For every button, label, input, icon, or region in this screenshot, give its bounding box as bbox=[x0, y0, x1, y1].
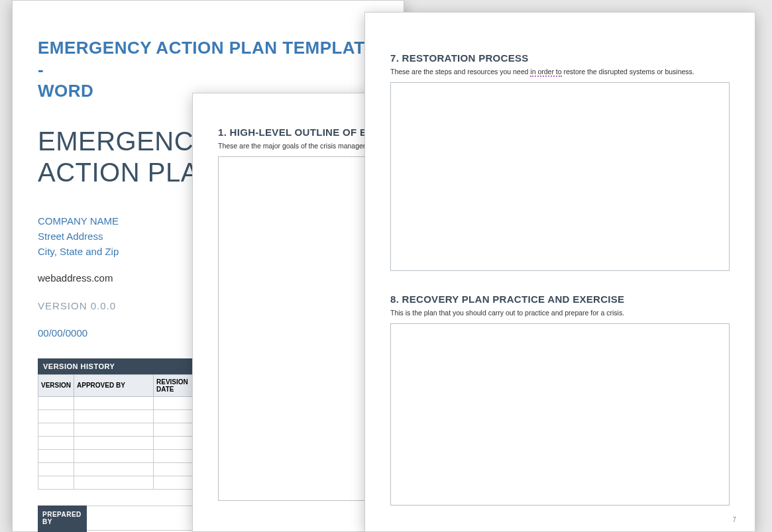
section-8-content-box bbox=[390, 323, 730, 505]
section-7-description: These are the steps and resources you ne… bbox=[390, 68, 730, 76]
page-number: 7 bbox=[732, 516, 736, 523]
col-version: VERSION bbox=[38, 374, 74, 396]
section-7-desc-b: restore the disrupted systems or busines… bbox=[562, 68, 694, 76]
main-heading-line2: ACTION PLAN bbox=[38, 158, 218, 187]
section-8-description: This is the plan that you should carry o… bbox=[390, 309, 730, 317]
label-prepared-by: PREPARED BY bbox=[38, 505, 87, 530]
main-heading-line1: EMERGENCY bbox=[38, 127, 211, 156]
document-page-3: 7. RESTORATION PROCESS These are the ste… bbox=[364, 12, 755, 532]
section-7-desc-squiggle: in order to bbox=[530, 68, 561, 77]
document-title-line1: EMERGENCY ACTION PLAN TEMPLATE - bbox=[38, 38, 376, 80]
section-7-content-box bbox=[390, 82, 730, 271]
document-title: EMERGENCY ACTION PLAN TEMPLATE - WORD bbox=[38, 37, 378, 102]
section-7-heading: 7. RESTORATION PROCESS bbox=[390, 52, 730, 64]
col-approved-by: APPROVED BY bbox=[74, 374, 154, 396]
document-title-line2: WORD bbox=[38, 81, 93, 101]
section-8-heading: 8. RECOVERY PLAN PRACTICE AND EXERCISE bbox=[390, 293, 730, 305]
section-7-desc-a: These are the steps and resources you ne… bbox=[390, 68, 530, 76]
